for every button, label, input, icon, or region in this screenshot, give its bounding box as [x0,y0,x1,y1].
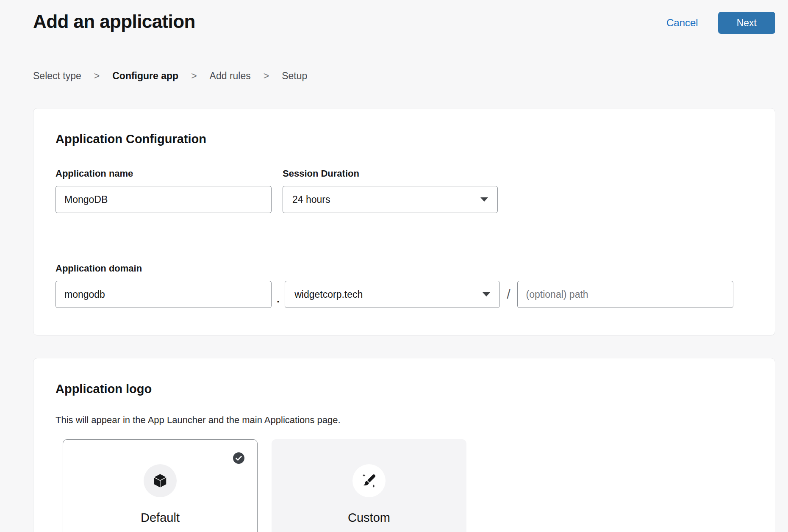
next-button[interactable]: Next [718,12,775,34]
application-logo-card: Application logo This will appear in the… [33,358,775,532]
path-input[interactable] [517,281,733,308]
section-title-application-logo: Application logo [55,382,753,396]
application-configuration-card: Application Configuration Application na… [33,108,775,335]
chevron-down-icon [483,292,490,296]
breadcrumb: Select type > Configure app > Add rules … [33,70,775,82]
session-duration-label: Session Duration [283,168,498,179]
session-duration-value: 24 hours [292,194,330,205]
application-name-label: Application name [55,168,272,179]
step-select-type[interactable]: Select type [33,70,81,82]
application-domain-label: Application domain [55,263,753,274]
step-setup[interactable]: Setup [282,70,307,82]
section-title-application-configuration: Application Configuration [55,132,753,146]
logo-option-default[interactable]: Default [63,439,258,532]
step-separator: > [94,70,100,82]
cancel-button[interactable]: Cancel [666,17,698,29]
page-header: Add an application Cancel Next [33,11,775,34]
paintbrush-icon [352,464,386,497]
cube-icon [144,464,177,497]
domain-dot-separator: . [277,292,280,305]
domain-select-value: widgetcorp.tech [294,289,363,300]
add-application-page: Add an application Cancel Next Select ty… [0,0,788,532]
step-configure-app[interactable]: Configure app [112,70,178,82]
application-name-field: Application name [55,168,272,213]
session-duration-field: Session Duration 24 hours [283,168,498,213]
chevron-down-icon [480,197,488,202]
subdomain-input[interactable] [55,281,272,308]
header-actions: Cancel Next [666,12,775,34]
logo-option-label: Default [141,511,180,525]
step-add-rules[interactable]: Add rules [210,70,251,82]
application-logo-description: This will appear in the App Launcher and… [55,415,753,426]
name-session-row: Application name Session Duration 24 hou… [55,168,753,213]
step-separator: > [191,70,197,82]
domain-select[interactable]: widgetcorp.tech [285,281,500,308]
application-name-input[interactable] [55,186,272,213]
step-separator: > [264,70,269,82]
page-title: Add an application [33,11,195,32]
check-icon [233,452,244,464]
session-duration-select[interactable]: 24 hours [283,186,498,213]
application-domain-field: Application domain . widgetcorp.tech / [55,263,753,308]
logo-options: Default Custom [63,439,753,532]
logo-option-label: Custom [348,511,390,525]
application-domain-row: . widgetcorp.tech / [55,281,753,308]
logo-option-custom[interactable]: Custom [272,439,466,532]
domain-slash-separator: / [507,287,510,302]
